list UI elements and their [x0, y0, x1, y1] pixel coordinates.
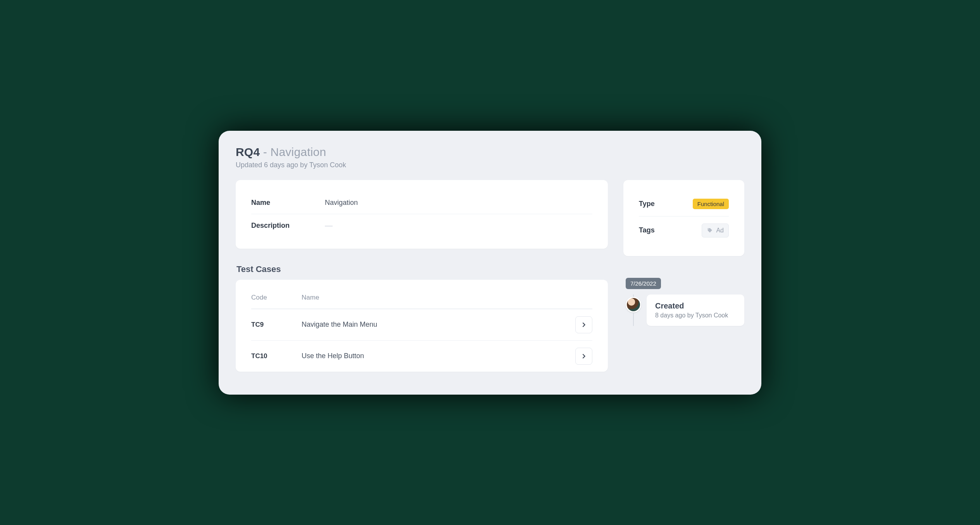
details-card: Name Navigation Description — [236, 180, 608, 249]
add-tag-input[interactable]: Ad [702, 224, 729, 237]
test-case-name: Use the Help Button [302, 352, 569, 360]
test-cases-card: Code Name TC9 Navigate the Main Menu TC1… [236, 280, 608, 372]
requirement-code: RQ4 [236, 146, 260, 158]
table-row[interactable]: TC10 Use the Help Button [251, 340, 592, 372]
requirement-detail-window: RQ4 - Navigation Updated 6 days ago by T… [219, 131, 761, 395]
requirement-name: Navigation [271, 146, 326, 158]
name-label: Name [251, 199, 325, 207]
name-value[interactable]: Navigation [325, 199, 358, 207]
meta-card: Type Functional Tags Ad [623, 180, 744, 256]
type-label: Type [639, 200, 693, 208]
description-value[interactable]: — [325, 221, 333, 230]
col-code: Code [251, 294, 302, 301]
timeline-event-sub: 8 days ago by Tyson Cook [655, 312, 736, 319]
add-tag-placeholder: Ad [716, 227, 724, 234]
test-case-name: Navigate the Main Menu [302, 321, 569, 329]
tag-icon [707, 227, 713, 234]
page-title: RQ4 - Navigation [236, 146, 744, 159]
chevron-right-icon [581, 322, 587, 327]
timeline: 7/26/2022 Created 8 days ago by Tyson Co… [623, 278, 744, 326]
col-name: Name [302, 294, 569, 301]
avatar [626, 297, 641, 312]
chevron-right-icon [581, 353, 587, 359]
timeline-event: Created 8 days ago by Tyson Cook [647, 295, 744, 326]
open-test-case-button[interactable] [575, 316, 592, 333]
table-row[interactable]: TC9 Navigate the Main Menu [251, 309, 592, 340]
timeline-date: 7/26/2022 [626, 278, 661, 289]
timeline-event-title: Created [655, 301, 736, 310]
tags-label: Tags [639, 226, 702, 234]
test-case-code: TC9 [251, 321, 302, 329]
description-label: Description [251, 222, 325, 230]
table-header: Code Name [251, 287, 592, 309]
page-subtitle: Updated 6 days ago by Tyson Cook [236, 161, 744, 169]
test-case-code: TC10 [251, 352, 302, 360]
open-test-case-button[interactable] [575, 348, 592, 365]
type-badge[interactable]: Functional [693, 199, 729, 209]
test-cases-heading: Test Cases [236, 264, 608, 274]
